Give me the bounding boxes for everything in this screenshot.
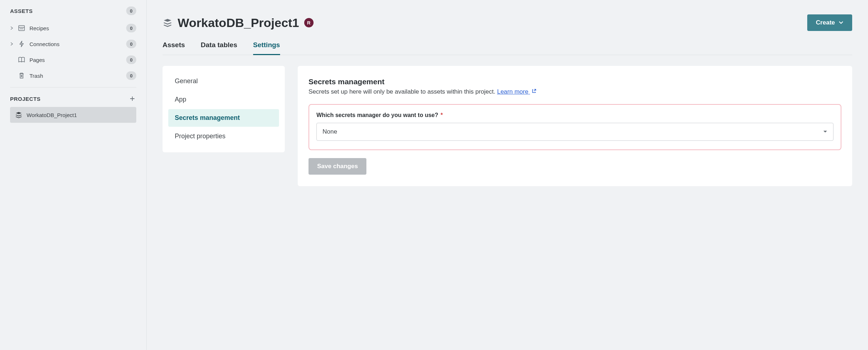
book-icon: [18, 56, 25, 63]
sidebar: ASSETS 0 Recipes 0: [0, 0, 147, 350]
settings-nav-general[interactable]: General: [168, 72, 279, 90]
tab-settings[interactable]: Settings: [253, 41, 280, 55]
tabs: Assets Data tables Settings: [163, 41, 852, 55]
settings-nav-project-properties[interactable]: Project properties: [168, 127, 279, 145]
settings-nav: General App Secrets management Project p…: [163, 66, 285, 152]
sidebar-item-recipes[interactable]: Recipes 0: [10, 20, 136, 36]
chevron-right-icon[interactable]: [10, 42, 14, 46]
sidebar-item-connections[interactable]: Connections 0: [10, 36, 136, 52]
sidebar-item-label: Connections: [29, 41, 59, 47]
panel-title: Secrets management: [309, 77, 841, 86]
assets-label: ASSETS: [10, 8, 33, 14]
sidebar-item-label: Trash: [29, 73, 43, 79]
trash-icon: [18, 72, 25, 79]
create-button[interactable]: Create: [807, 14, 852, 31]
required-indicator: *: [439, 112, 443, 118]
project-item[interactable]: WorkatoDB_Project1: [10, 107, 136, 123]
tab-data-tables[interactable]: Data tables: [201, 41, 237, 55]
page-header: WorkatoDB_Project1 R Create: [163, 14, 852, 31]
settings-nav-app[interactable]: App: [168, 91, 279, 108]
secrets-manager-label: Which secrets manager do you want to use…: [316, 112, 833, 118]
secrets-manager-form: Which secrets manager do you want to use…: [309, 104, 841, 150]
caret-down-icon: [823, 130, 827, 133]
learn-more-link[interactable]: Learn more: [497, 88, 536, 95]
create-button-label: Create: [816, 19, 835, 26]
count-badge: 0: [126, 40, 136, 48]
main-content: WorkatoDB_Project1 R Create Assets Data …: [147, 0, 868, 350]
chevron-right-icon[interactable]: [10, 26, 14, 30]
sidebar-item-label: Recipes: [29, 25, 49, 31]
count-badge: 0: [126, 71, 136, 80]
select-value: None: [323, 128, 337, 135]
project-item-label: WorkatoDB_Project1: [27, 112, 77, 118]
stack-icon: [15, 111, 22, 118]
count-badge: 0: [126, 24, 136, 32]
stack-icon: [163, 18, 173, 28]
status-badge: R: [304, 18, 314, 27]
settings-nav-secrets[interactable]: Secrets management: [168, 109, 279, 127]
page-title: WorkatoDB_Project1: [178, 16, 299, 30]
save-changes-button[interactable]: Save changes: [309, 158, 366, 175]
bolt-icon: [18, 40, 25, 48]
svg-rect-0: [19, 26, 24, 31]
projects-label: PROJECTS: [10, 96, 41, 102]
chevron-down-icon: [839, 21, 844, 24]
count-badge: 0: [126, 55, 136, 64]
sidebar-item-pages[interactable]: Pages 0: [10, 52, 136, 68]
external-link-icon: [531, 89, 536, 94]
assets-count-badge: 0: [126, 6, 136, 15]
tab-assets[interactable]: Assets: [163, 41, 185, 55]
assets-header: ASSETS 0: [10, 0, 136, 20]
panel-description: Secrets set up here will only be availab…: [309, 88, 841, 95]
sidebar-item-trash[interactable]: Trash 0: [10, 68, 136, 84]
settings-panel: Secrets management Secrets set up here w…: [298, 66, 852, 186]
recipe-icon: [18, 24, 25, 32]
secrets-manager-select[interactable]: None: [316, 123, 833, 141]
projects-header: PROJECTS: [10, 88, 136, 107]
sidebar-item-label: Pages: [29, 57, 45, 63]
add-project-button[interactable]: [128, 95, 136, 103]
